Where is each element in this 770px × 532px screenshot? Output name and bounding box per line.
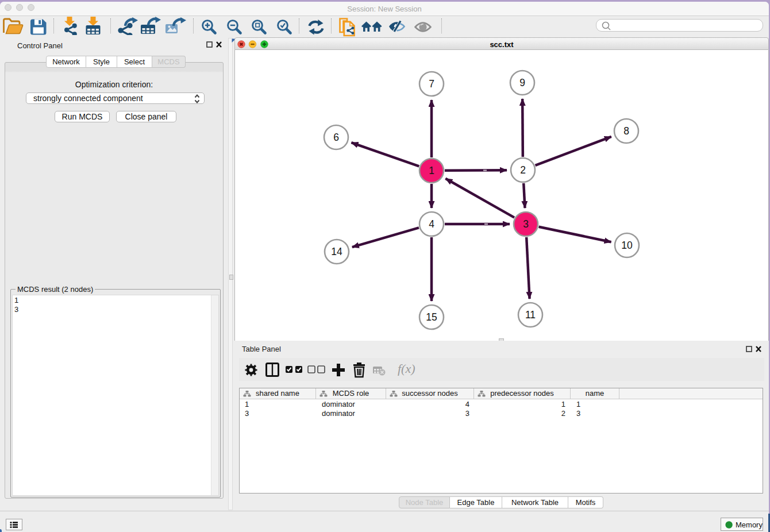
svg-text:8: 8 [623, 125, 629, 137]
svg-text:11: 11 [525, 309, 536, 321]
svg-text:7: 7 [429, 78, 434, 90]
svg-text:10: 10 [621, 240, 633, 251]
svg-text:1: 1 [429, 165, 434, 176]
svg-text:9: 9 [519, 77, 525, 88]
svg-text:15: 15 [426, 311, 437, 323]
svg-text:6: 6 [333, 132, 339, 143]
svg-text:3: 3 [523, 218, 529, 230]
svg-text:14: 14 [331, 246, 342, 257]
svg-text:2: 2 [520, 164, 526, 176]
svg-text:4: 4 [429, 218, 434, 230]
